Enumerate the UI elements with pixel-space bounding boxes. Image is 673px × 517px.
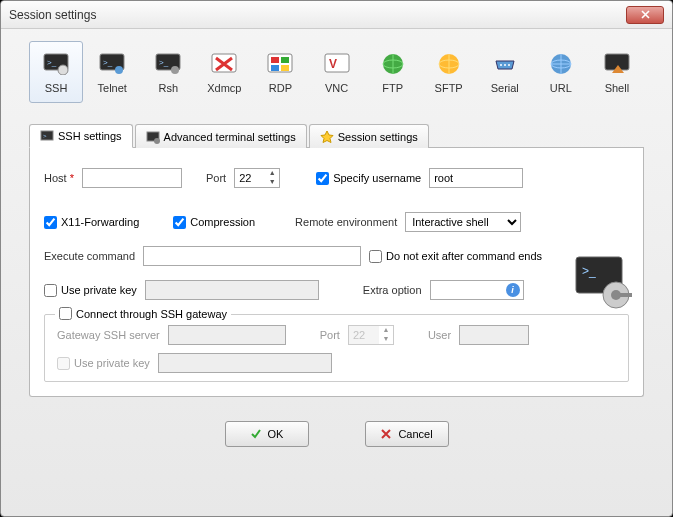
svg-text:V: V [329,57,337,71]
host-label: Host * [44,172,74,184]
use-private-key-checkbox[interactable]: Use private key [44,284,137,297]
session-type-serial[interactable]: Serial [478,41,532,103]
svg-point-5 [115,66,123,74]
svg-rect-11 [271,57,279,63]
xdmcp-icon [210,50,238,78]
svg-text:>_: >_ [582,264,596,278]
svg-rect-13 [271,65,279,71]
svg-text:>_: >_ [103,58,113,67]
port-up[interactable]: ▲ [265,169,279,178]
vnc-icon: V [323,50,351,78]
gateway-port-spinner: ▲▼ [348,325,394,345]
session-type-ftp[interactable]: FTP [366,41,420,103]
gateway-user-label: User [428,329,451,341]
check-icon [250,428,262,440]
terminal-gear-icon [146,130,160,144]
info-icon[interactable]: i [506,283,520,297]
svg-rect-14 [281,65,289,71]
close-button[interactable] [626,6,664,24]
svg-point-23 [508,64,510,66]
tab-ssh-settings[interactable]: > SSH settings [29,124,133,148]
svg-point-2 [58,65,68,75]
session-type-vnc[interactable]: V VNC [309,41,363,103]
svg-text:>_: >_ [159,58,169,67]
terminal-icon: > [40,129,54,143]
session-type-rdp[interactable]: RDP [253,41,307,103]
star-icon [320,130,334,144]
port-input[interactable] [235,169,265,187]
close-icon [641,10,650,19]
svg-point-8 [171,66,179,74]
session-settings-dialog: Session settings >_ SSH >_ Telnet >_ Rsh… [0,0,673,517]
gateway-private-key-checkbox: Use private key [57,357,150,370]
session-type-shell[interactable]: Shell [590,41,644,103]
x11-forwarding-checkbox[interactable]: X11-Forwarding [44,216,139,229]
gateway-enable-checkbox[interactable] [59,307,72,320]
sftp-icon [435,50,463,78]
gateway-title: Connect through SSH gateway [76,308,227,320]
serial-icon [491,50,519,78]
execute-command-label: Execute command [44,250,135,262]
gateway-user-input [459,325,529,345]
tab-advanced-terminal[interactable]: Advanced terminal settings [135,124,307,148]
session-type-xdmcp[interactable]: Xdmcp [197,41,251,103]
specify-username-checkbox[interactable]: Specify username [316,172,421,185]
extra-option-label: Extra option [363,284,422,296]
gateway-server-label: Gateway SSH server [57,329,160,341]
compression-checkbox[interactable]: Compression [173,216,255,229]
execute-command-input[interactable] [143,246,361,266]
svg-point-22 [504,64,506,66]
titlebar: Session settings [1,1,672,29]
username-input[interactable] [429,168,523,188]
port-down[interactable]: ▼ [265,178,279,187]
session-type-telnet[interactable]: >_ Telnet [85,41,139,103]
cancel-button[interactable]: Cancel [365,421,449,447]
tab-session-settings[interactable]: Session settings [309,124,429,148]
ssh-settings-panel: Host * Port ▲▼ Specify username X [29,148,644,397]
telnet-icon: >_ [98,50,126,78]
port-label: Port [206,172,226,184]
svg-rect-12 [281,57,289,63]
svg-point-30 [154,138,160,144]
gateway-server-input [168,325,286,345]
svg-rect-35 [620,293,632,297]
session-type-toolbar: >_ SSH >_ Telnet >_ Rsh Xdmcp RDP V VNC [29,41,644,103]
svg-point-34 [611,290,621,300]
tab-strip: > SSH settings Advanced terminal setting… [29,123,644,148]
private-key-input [145,280,319,300]
ssh-big-icon: >_ [572,253,634,311]
ssh-icon: >_ [42,50,70,78]
extra-option-input[interactable] [434,281,504,299]
session-type-ssh[interactable]: >_ SSH [29,41,83,103]
url-icon [547,50,575,78]
gateway-port-label: Port [320,329,340,341]
no-exit-checkbox[interactable]: Do not exit after command ends [369,250,542,263]
rdp-icon [266,50,294,78]
session-type-rsh[interactable]: >_ Rsh [141,41,195,103]
session-type-url[interactable]: URL [534,41,588,103]
dialog-footer: OK Cancel [29,421,644,447]
rsh-icon: >_ [154,50,182,78]
svg-text:>: > [43,133,47,139]
remote-env-select[interactable]: Interactive shell [405,212,521,232]
session-type-sftp[interactable]: SFTP [422,41,476,103]
host-input[interactable] [82,168,182,188]
ok-button[interactable]: OK [225,421,309,447]
port-spinner[interactable]: ▲▼ [234,168,280,188]
ftp-icon [379,50,407,78]
cancel-icon [380,428,392,440]
svg-point-21 [500,64,502,66]
shell-icon [603,50,631,78]
remote-env-label: Remote environment [295,216,397,228]
window-title: Session settings [9,8,96,22]
svg-text:>_: >_ [47,58,57,67]
gateway-private-key-input [158,353,332,373]
gateway-fieldset: Connect through SSH gateway Gateway SSH … [44,314,629,382]
